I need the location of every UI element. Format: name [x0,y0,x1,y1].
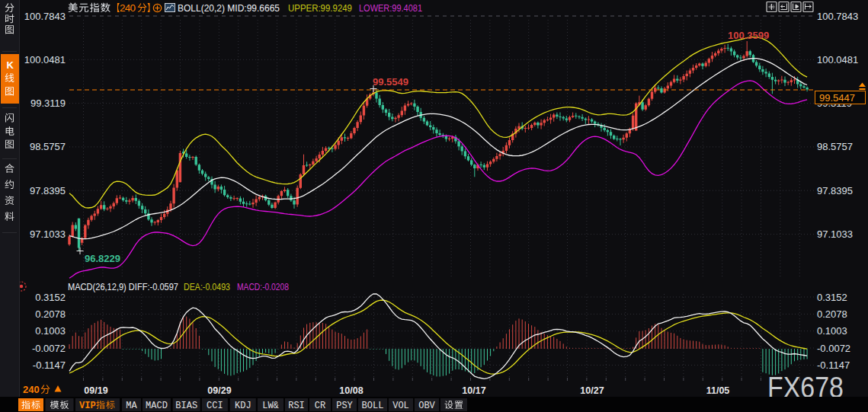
svg-text:CR: CR [315,401,325,411]
svg-text:98.5757: 98.5757 [30,141,66,152]
svg-text:99.3119: 99.3119 [30,97,66,109]
svg-text:KDJ: KDJ [235,401,251,411]
svg-text:MACD(26,12,9) DIFF:-0.0597: MACD(26,12,9) DIFF:-0.0597 [68,281,178,292]
svg-text:97.1033: 97.1033 [817,228,853,240]
svg-text:99.5549: 99.5549 [373,76,408,88]
svg-text:MACD: MACD [146,401,168,411]
svg-text:OBV: OBV [418,401,435,411]
svg-text:0.2078: 0.2078 [35,308,66,320]
svg-text:-0.1147: -0.1147 [33,359,66,371]
svg-text:-0.1147: -0.1147 [817,359,850,371]
svg-text:PSY: PSY [336,401,353,411]
svg-text:RSI: RSI [288,401,305,411]
svg-text:BOLL: BOLL [362,401,384,411]
svg-text:0.3152: 0.3152 [817,292,847,303]
svg-text:100.7843: 100.7843 [24,11,66,22]
svg-text:MA: MA [126,401,137,411]
svg-text:0.2078: 0.2078 [817,308,847,320]
svg-text:98.5757: 98.5757 [817,141,853,152]
svg-text:DEA:-0.0493: DEA:-0.0493 [184,281,230,292]
svg-text:10/17: 10/17 [462,385,485,396]
svg-text:100.3599: 100.3599 [728,30,769,41]
svg-text:100.7843: 100.7843 [817,11,858,22]
svg-text:100.0481: 100.0481 [817,54,858,65]
svg-text:UPPER:99.9249: UPPER:99.9249 [288,2,352,14]
svg-text:100.0481: 100.0481 [24,54,66,65]
svg-text:-0.0072: -0.0072 [32,343,66,354]
svg-text:09/19: 09/19 [84,385,107,396]
svg-text:97.8395: 97.8395 [817,185,853,196]
svg-text:0.1003: 0.1003 [817,325,847,337]
svg-text:11/05: 11/05 [706,385,730,396]
svg-text:K: K [7,59,14,71]
svg-text:97.1033: 97.1033 [30,228,66,240]
svg-text:10/08: 10/08 [339,385,363,396]
svg-text:VOL: VOL [392,401,409,411]
svg-text:-0.0072: -0.0072 [817,343,850,354]
svg-text:99.5447: 99.5447 [819,92,855,104]
svg-text:BIAS: BIAS [175,401,197,411]
svg-text:96.8229: 96.8229 [85,253,120,264]
svg-text:0.3152: 0.3152 [35,292,66,303]
svg-text:0.1003: 0.1003 [35,325,66,337]
svg-text:97.8395: 97.8395 [30,185,66,196]
svg-text:VIP: VIP [79,401,96,411]
svg-text:LW&: LW& [262,401,279,411]
svg-text:CCI: CCI [207,401,223,411]
svg-text:10/27: 10/27 [580,385,604,396]
svg-text:240: 240 [23,384,40,395]
svg-text:MACD:-0.0208: MACD:-0.0208 [237,281,289,292]
svg-text:BOLL(20,2) MID:99.6665: BOLL(20,2) MID:99.6665 [178,2,280,14]
svg-text:240: 240 [120,2,136,14]
svg-text:09/29: 09/29 [207,385,231,396]
svg-text:LOWER:99.4081: LOWER:99.4081 [359,2,422,14]
